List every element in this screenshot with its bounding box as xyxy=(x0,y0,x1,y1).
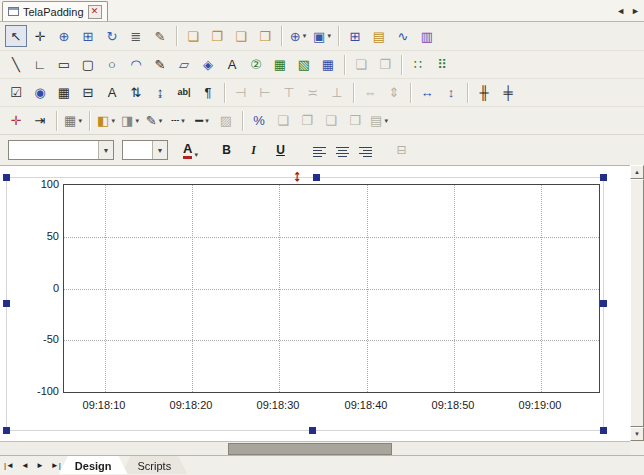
rounded-rectangle-tool-button[interactable]: ▢ xyxy=(77,54,99,76)
underline-button[interactable]: U xyxy=(270,140,291,160)
space-evenly-vertical-button[interactable]: ╪ xyxy=(497,82,519,104)
updown-tool-button[interactable]: ⇅ xyxy=(125,82,147,104)
bring-to-front-button[interactable]: ❏ xyxy=(182,25,204,47)
radio-tool-button[interactable]: ◉ xyxy=(29,82,51,104)
same-width-button[interactable]: ↔ xyxy=(416,82,438,104)
zoom-area-tool-button[interactable]: ⊞ xyxy=(77,25,99,47)
italic-button[interactable]: I xyxy=(243,140,264,160)
order-backward-icon: ❒ xyxy=(349,114,361,127)
view-options-button[interactable]: ▣▾ xyxy=(311,25,333,47)
selection-handle-w[interactable] xyxy=(3,300,10,307)
space-evenly-horizontal-button[interactable]: ╫ xyxy=(473,82,495,104)
selection-handle-s[interactable] xyxy=(309,427,316,434)
wrap-tool-button[interactable]: ¶ xyxy=(197,82,219,104)
ellipse-tool-icon: ○ xyxy=(108,58,116,71)
selection-handle-e[interactable] xyxy=(600,300,607,307)
nav-next-button[interactable]: ► xyxy=(36,461,44,470)
checkbox-tool-button[interactable]: ☑ xyxy=(5,82,27,104)
display-tool-button[interactable]: ② xyxy=(245,54,267,76)
polyline-tool-button[interactable]: ∟ xyxy=(29,54,51,76)
line-tool-button[interactable]: ╲ xyxy=(5,54,27,76)
text-align-right-button[interactable] xyxy=(355,140,376,160)
font-tool-button[interactable]: A xyxy=(101,82,123,104)
snap-to-grid-button[interactable]: ∷ xyxy=(407,54,429,76)
document-tab-telapadding[interactable]: TelaPadding ✕ xyxy=(2,1,108,21)
bring-forward-button[interactable]: ❑ xyxy=(230,25,252,47)
text-tool-button[interactable]: A xyxy=(221,54,243,76)
edit-script-button[interactable]: ✎ xyxy=(149,25,171,47)
selection-handle-ne[interactable] xyxy=(600,174,607,181)
spinner-tool-button[interactable]: ↨ xyxy=(149,82,171,104)
setpoint-tool-button[interactable]: ▦ xyxy=(269,54,291,76)
selection-handle-nw[interactable] xyxy=(3,174,10,181)
tab-scroll-right-icon[interactable]: ► xyxy=(631,4,640,18)
close-icon[interactable]: ✕ xyxy=(88,5,102,19)
scroll-down-icon[interactable]: ▼ xyxy=(630,427,644,441)
zoom-area-tool-icon: ⊞ xyxy=(83,30,94,43)
polygon-tool-button[interactable]: ▱ xyxy=(173,54,195,76)
vertical-scroll-thumb[interactable] xyxy=(630,179,644,427)
horizontal-scrollbar[interactable] xyxy=(0,441,630,455)
zoom-level-button[interactable]: ⊕▾ xyxy=(287,25,309,47)
textbox-tool-button[interactable]: ab| xyxy=(173,82,195,104)
ellipse-tool-button[interactable]: ○ xyxy=(101,54,123,76)
tab-design[interactable]: Design xyxy=(59,456,128,474)
nav-first-button[interactable]: |◄ xyxy=(4,461,14,470)
insert-report-button[interactable]: ▥ xyxy=(416,25,438,47)
rectangle-tool-button[interactable]: ▭ xyxy=(53,54,75,76)
grid-control-tool-button[interactable]: ▦ xyxy=(53,82,75,104)
text-align-center-button[interactable] xyxy=(332,140,353,160)
line-style-button[interactable]: ┄▾ xyxy=(167,110,189,132)
align-top-button: ⊤ xyxy=(278,82,300,104)
refresh-button[interactable]: ↻ xyxy=(101,25,123,47)
horizontal-scroll-thumb[interactable] xyxy=(228,443,392,455)
pattern-fill-button: ▨ xyxy=(215,110,237,132)
grid-options-button[interactable]: ▦▾ xyxy=(62,110,84,132)
send-backward-button[interactable]: ❒ xyxy=(254,25,276,47)
vertical-scrollbar[interactable]: ▲ ▼ xyxy=(630,165,644,441)
zoom-in-tool-button[interactable]: ⊕ xyxy=(53,25,75,47)
design-canvas[interactable]: 100 50 0 -50 -100 09:18:10 09:18:20 09:1… xyxy=(0,165,630,441)
pipe-tool-button[interactable]: ◈ xyxy=(197,54,219,76)
tab-scripts[interactable]: Scripts xyxy=(122,456,188,474)
combobox-tool-button[interactable]: ⊟ xyxy=(77,82,99,104)
toolbar-separator xyxy=(338,26,339,46)
select-tool-button[interactable]: ↖ xyxy=(5,25,27,47)
font-color-dropdown[interactable]: A ▾ xyxy=(180,140,201,160)
animation-tool-button[interactable]: ▧ xyxy=(293,54,315,76)
scroll-up-icon[interactable]: ▲ xyxy=(630,165,644,179)
browser-tool-button[interactable]: ▦ xyxy=(317,54,339,76)
nav-prev-button[interactable]: ◄ xyxy=(21,461,29,470)
distribute-horizontal-button: ⇔ xyxy=(359,82,381,104)
percent-fill-button[interactable]: % xyxy=(248,110,270,132)
selection-handle-se[interactable] xyxy=(600,427,607,434)
same-height-button[interactable]: ↕ xyxy=(440,82,462,104)
line-width-button[interactable]: ━▾ xyxy=(191,110,213,132)
fill-color-button[interactable]: ◧▾ xyxy=(95,110,117,132)
selection-handle-sw[interactable] xyxy=(3,427,10,434)
chart-object[interactable]: 100 50 0 -50 -100 09:18:10 09:18:20 09:1… xyxy=(6,177,604,431)
line-color-button[interactable]: ✎▾ xyxy=(143,110,165,132)
insert-screen-button[interactable]: ⊞ xyxy=(344,25,366,47)
nav-last-button[interactable]: ►| xyxy=(51,461,61,470)
font-name-combobox[interactable]: ▼ xyxy=(8,140,114,160)
chevron-down-icon[interactable]: ▼ xyxy=(152,141,167,159)
text-align-left-button[interactable] xyxy=(309,140,330,160)
insert-chart-button[interactable]: ∿ xyxy=(392,25,414,47)
pan-tool-button[interactable]: ✛ xyxy=(29,25,51,47)
pencil-tool-button[interactable]: ✎ xyxy=(149,54,171,76)
tab-order-tool-button[interactable]: ⇥ xyxy=(29,110,51,132)
nudge-tool-button[interactable]: ✛ xyxy=(5,110,27,132)
tab-scroll-left-icon[interactable]: ◄ xyxy=(616,4,625,18)
chevron-down-icon[interactable]: ▼ xyxy=(98,141,113,159)
send-to-back-button[interactable]: ❐ xyxy=(206,25,228,47)
group-button: ❏ xyxy=(350,54,372,76)
show-grid-button[interactable]: ⠿ xyxy=(431,54,453,76)
shadow-color-button[interactable]: ◨▾ xyxy=(119,110,141,132)
selection-handle-n[interactable] xyxy=(313,174,320,181)
bold-button[interactable]: B xyxy=(216,140,237,160)
font-size-combobox[interactable]: ▼ xyxy=(122,140,168,160)
edit-list-button[interactable]: ≣ xyxy=(125,25,147,47)
arc-tool-button[interactable]: ◠ xyxy=(125,54,147,76)
gallery-button[interactable]: ▤ xyxy=(368,25,390,47)
